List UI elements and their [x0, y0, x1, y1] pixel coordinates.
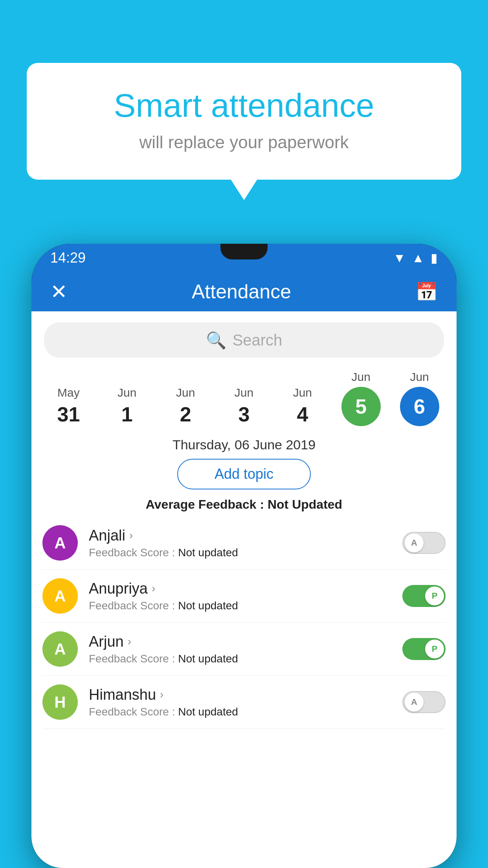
attendance-toggle-anupriya[interactable]: P	[402, 585, 446, 607]
toggle-anupriya[interactable]: P	[402, 585, 446, 607]
date-circle-jun6: 6	[400, 387, 439, 426]
student-score-anupriya: Feedback Score : Not updated	[89, 600, 402, 612]
date-item-jun3[interactable]: Jun 3	[215, 386, 273, 426]
date-item-jun2[interactable]: Jun 2	[156, 386, 215, 426]
student-list: A Anjali › Feedback Score : Not updated …	[31, 517, 457, 729]
feedback-value: Not Updated	[268, 497, 342, 511]
attendance-toggle-himanshu[interactable]: A	[402, 691, 446, 713]
calendar-icon[interactable]: 📅	[415, 281, 438, 302]
battery-icon: ▮	[431, 250, 438, 265]
chevron-icon-arjun: ›	[128, 635, 131, 648]
chevron-icon-himanshu: ›	[160, 688, 163, 701]
student-name-arjun: Arjun ›	[89, 633, 402, 650]
date-picker: May 31 Jun 1 Jun 2 Jun 3 Jun 4	[31, 366, 457, 429]
student-score-himanshu: Feedback Score : Not updated	[89, 706, 402, 718]
close-button[interactable]: ✕	[50, 280, 68, 303]
date-item-jun4[interactable]: Jun 4	[273, 386, 332, 426]
date-circle-jun5: 5	[341, 387, 381, 426]
student-info-arjun: Arjun › Feedback Score : Not updated	[89, 633, 402, 665]
student-info-himanshu: Himanshu › Feedback Score : Not updated	[89, 686, 402, 718]
chevron-icon-anupriya: ›	[152, 582, 155, 595]
date-item-jun5[interactable]: Jun 5	[332, 370, 390, 426]
avatar-arjun: A	[42, 631, 78, 667]
avatar-anjali: A	[42, 525, 78, 561]
date-item-jun1[interactable]: Jun 1	[98, 386, 156, 426]
student-item-anjali[interactable]: A Anjali › Feedback Score : Not updated …	[42, 517, 446, 570]
feedback-average: Average Feedback : Not Updated	[31, 489, 457, 517]
signal-icon: ▲	[412, 251, 424, 265]
selected-date-label: Thursday, 06 June 2019	[31, 429, 457, 459]
phone-frame: 14:29 ▼ ▲ ▮ ✕ Attendance 📅 🔍 Search May …	[31, 244, 457, 868]
speech-bubble: Smart attendance will replace your paper…	[27, 63, 461, 180]
student-name-anupriya: Anupriya ›	[89, 580, 402, 597]
phone-content: 🔍 Search May 31 Jun 1 Jun 2 Jun 3	[31, 311, 457, 868]
student-score-arjun: Feedback Score : Not updated	[89, 653, 402, 665]
student-name-anjali: Anjali ›	[89, 527, 402, 544]
search-icon: 🔍	[206, 331, 226, 350]
student-score-anjali: Feedback Score : Not updated	[89, 546, 402, 559]
student-item-anupriya[interactable]: A Anupriya › Feedback Score : Not update…	[42, 570, 446, 623]
status-icons: ▼ ▲ ▮	[393, 250, 438, 265]
status-time: 14:29	[50, 250, 86, 266]
wifi-icon: ▼	[393, 251, 406, 265]
attendance-toggle-arjun[interactable]: P	[402, 638, 446, 660]
student-item-arjun[interactable]: A Arjun › Feedback Score : Not updated P	[42, 623, 446, 676]
feedback-label: Average Feedback :	[146, 497, 268, 511]
attendance-toggle-anjali[interactable]: A	[402, 532, 446, 554]
speech-bubble-subtitle: will replace your paperwork	[58, 132, 430, 152]
avatar-himanshu: H	[42, 684, 78, 720]
date-item-may31[interactable]: May 31	[39, 386, 98, 426]
app-title: Attendance	[192, 280, 291, 303]
speech-bubble-title: Smart attendance	[58, 86, 430, 125]
student-info-anjali: Anjali › Feedback Score : Not updated	[89, 527, 402, 559]
app-header: ✕ Attendance 📅	[31, 272, 457, 311]
phone-notch	[220, 244, 268, 259]
student-item-himanshu[interactable]: H Himanshu › Feedback Score : Not update…	[42, 676, 446, 729]
toggle-himanshu[interactable]: A	[402, 691, 446, 713]
status-bar: 14:29 ▼ ▲ ▮	[31, 244, 457, 272]
search-bar[interactable]: 🔍 Search	[44, 322, 444, 358]
date-item-jun6[interactable]: Jun 6	[390, 370, 449, 426]
student-name-himanshu: Himanshu ›	[89, 686, 402, 703]
toggle-anjali[interactable]: A	[402, 532, 446, 554]
student-info-anupriya: Anupriya › Feedback Score : Not updated	[89, 580, 402, 612]
search-placeholder: Search	[233, 331, 283, 349]
chevron-icon-anjali: ›	[129, 529, 133, 542]
toggle-arjun[interactable]: P	[402, 638, 446, 660]
avatar-anupriya: A	[42, 578, 78, 614]
add-topic-button[interactable]: Add topic	[177, 459, 311, 489]
